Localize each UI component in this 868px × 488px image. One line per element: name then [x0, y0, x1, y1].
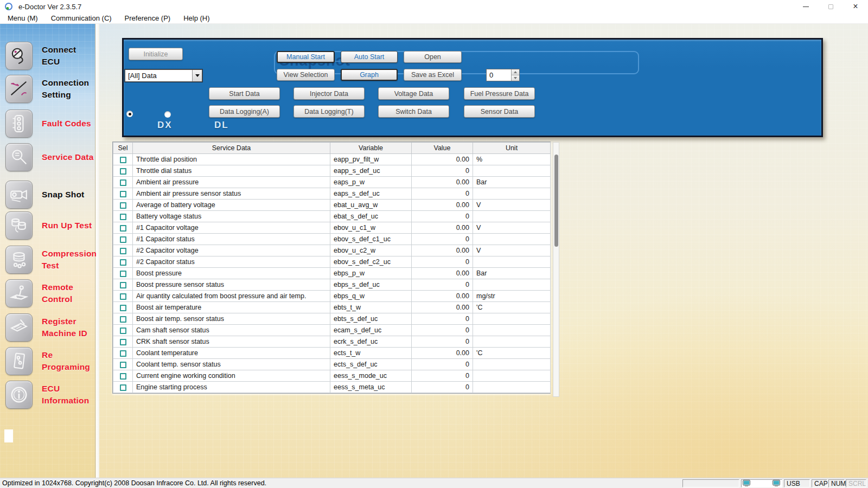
maximize-button[interactable] [818, 0, 843, 13]
status-scrl-indicator: SCRL [846, 479, 866, 487]
unit-cell [473, 165, 551, 177]
data-select-combobox[interactable]: [All] Data [125, 69, 202, 82]
header-unit: Unit [473, 143, 551, 154]
row-select-checkbox[interactable] [120, 271, 126, 277]
unit-cell [473, 359, 551, 370]
service-table-body: Throttle dial position eapp_pv_filt_w 0.… [113, 154, 551, 393]
row-select-checkbox[interactable] [120, 293, 126, 300]
table-row: Boost pressure sensor status ebps_s_def_… [113, 279, 551, 291]
row-select-checkbox[interactable] [120, 316, 126, 323]
row-select-checkbox[interactable] [120, 328, 126, 334]
unit-cell: V [473, 222, 551, 234]
sidebar-item-compression-test[interactable]: CompressionTest [5, 245, 95, 274]
table-row: Coolant temperature ects_t_w 0.00 'C [113, 348, 551, 359]
menu-item-preference[interactable]: Preference (P) [118, 13, 177, 24]
spinner-up-button[interactable] [512, 69, 519, 75]
save-as-excel-button[interactable]: Save as Excel [404, 69, 462, 81]
unit-cell: Bar [473, 268, 551, 279]
menu-item-menu[interactable]: Menu (M) [1, 13, 44, 24]
close-button[interactable]: × [843, 0, 868, 13]
title-bar: e-Doctor Ver 2.3.5.7 × [0, 0, 868, 13]
dx-radio-button[interactable] [126, 111, 133, 117]
fault-codes-icon[interactable] [5, 110, 33, 138]
manual-start-button[interactable]: Manual Start [277, 51, 335, 63]
open-button[interactable]: Open [404, 51, 462, 63]
service-data-icon[interactable] [5, 143, 33, 171]
service-data-name-cell: #1 Capacitor status [133, 234, 330, 245]
value-cell: 0 [412, 382, 473, 393]
sidebar-item-fault-codes[interactable]: Fault Codes [5, 109, 95, 138]
connect-ecu-icon[interactable] [5, 42, 33, 70]
register-machine-id-icon[interactable] [5, 313, 33, 342]
row-select-checkbox[interactable] [120, 214, 126, 220]
initialize-button[interactable]: Initialize [129, 48, 183, 60]
table-row: Battery voltage status ebat_s_def_uc 0 [113, 211, 551, 222]
graph-button[interactable]: Graph [341, 69, 398, 81]
row-select-checkbox[interactable] [120, 259, 126, 266]
row-select-checkbox[interactable] [120, 305, 126, 311]
table-header-row: Sel Service Data Variable Value Unit [113, 143, 551, 154]
sidebar-item-remote-control[interactable]: RemoteControl [5, 279, 95, 308]
remote-control-icon[interactable] [5, 279, 33, 307]
combo-dropdown-button[interactable] [192, 70, 202, 81]
re-programing-icon[interactable] [5, 347, 33, 375]
connection-setting-icon[interactable] [5, 75, 33, 103]
table-scrollbar[interactable] [553, 142, 559, 397]
spinner-down-button[interactable] [512, 75, 519, 81]
variable-cell: eaps_s_def_uc [330, 188, 412, 200]
row-select-checkbox[interactable] [120, 282, 126, 288]
compression-test-icon[interactable] [5, 246, 33, 274]
menu-item-help[interactable]: Help (H) [177, 13, 216, 24]
sidebar-item-run-up-test[interactable]: Run Up Test [5, 211, 95, 240]
switch-data-button[interactable]: Switch Data [378, 105, 449, 118]
row-select-checkbox[interactable] [120, 373, 126, 380]
row-select-checkbox[interactable] [120, 350, 126, 357]
injector-data-button[interactable]: Injector Data [293, 87, 365, 100]
view-selection-button[interactable]: View Selection [277, 69, 335, 81]
data-logging-a-button[interactable]: Data Logging(A) [209, 105, 280, 118]
row-select-checkbox[interactable] [120, 225, 126, 232]
value-cell: 0 [412, 359, 473, 370]
app-icon [4, 2, 13, 11]
auto-start-button[interactable]: Auto Start [341, 51, 398, 63]
snapshot-count-spinner[interactable]: 0 [486, 69, 520, 81]
row-select-checkbox[interactable] [120, 236, 126, 243]
value-cell: 0 [412, 313, 473, 325]
value-cell: 0.00 [412, 177, 473, 188]
row-select-checkbox[interactable] [120, 362, 126, 368]
row-select-checkbox[interactable] [120, 179, 126, 186]
sensor-data-button[interactable]: Sensor Data [464, 105, 535, 118]
sidebar-item-service-data[interactable]: Service Data [5, 143, 95, 172]
sidebar-item-register-machine-id[interactable]: RegisterMachine ID [5, 313, 95, 342]
ecu-information-icon[interactable] [5, 381, 33, 409]
unit-cell: V [473, 200, 551, 211]
fuel-pressure-data-button[interactable]: Fuel Pressure Data [464, 87, 535, 100]
scrollbar-thumb[interactable] [554, 155, 558, 247]
row-select-checkbox[interactable] [120, 384, 126, 391]
sidebar-item-connect-ecu[interactable]: ConnectECU [5, 41, 95, 70]
menu-item-communication[interactable]: Communication (C) [44, 13, 118, 24]
dl-radio-button[interactable] [164, 111, 171, 118]
row-select-checkbox[interactable] [120, 202, 126, 209]
row-select-checkbox[interactable] [120, 191, 126, 197]
service-data-name-cell: Current engine working condition [133, 370, 330, 382]
value-cell: 0 [412, 370, 473, 382]
row-select-checkbox[interactable] [120, 339, 126, 345]
table-row: #2 Capacitor status ebov_s_def_c2_uc 0 [113, 256, 551, 268]
unit-cell: % [473, 154, 551, 165]
data-logging-t-button[interactable]: Data Logging(T) [293, 105, 365, 118]
voltage-data-button[interactable]: Voltage Data [378, 87, 449, 100]
row-select-checkbox[interactable] [120, 157, 126, 163]
minimize-button[interactable] [793, 0, 818, 13]
snap-shot-icon[interactable] [5, 181, 33, 209]
run-up-test-icon[interactable] [5, 211, 33, 240]
start-data-button[interactable]: Start Data [209, 87, 280, 100]
sidebar-item-re-programing[interactable]: RePrograming [5, 346, 95, 376]
sidebar-item-connection-setting[interactable]: ConnectionSetting [5, 74, 95, 104]
sidebar-item-snap-shot[interactable]: Snap Shot [5, 180, 95, 209]
value-cell: 0.00 [412, 154, 473, 165]
row-select-checkbox[interactable] [120, 168, 126, 175]
row-select-checkbox[interactable] [120, 248, 126, 254]
unit-cell: V [473, 245, 551, 256]
sidebar-item-ecu-information[interactable]: ECUInformation [5, 380, 95, 409]
